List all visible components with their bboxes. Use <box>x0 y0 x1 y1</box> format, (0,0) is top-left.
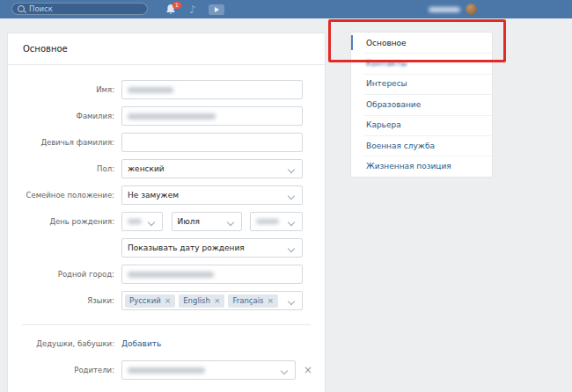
menu-item-karera[interactable]: Карьера <box>351 115 492 135</box>
chevron-down-icon <box>226 219 233 226</box>
menu-item-zhiznennaya-pozitsiya[interactable]: Жизненная позиция <box>351 156 492 176</box>
menu-item-interesy[interactable]: Интересы <box>351 74 492 94</box>
parents-label: Родители: <box>8 366 121 374</box>
home-city-label: Родной город: <box>8 270 121 279</box>
menu-item-osnovnoe[interactable]: Основное <box>351 33 492 53</box>
marital-status-select[interactable]: Не замужем <box>121 185 303 205</box>
language-chip: Français × <box>228 294 278 308</box>
gender-label: Пол: <box>8 164 121 173</box>
add-grandparents-link[interactable]: Добавить <box>121 339 161 348</box>
birthday-day-select[interactable] <box>121 212 163 231</box>
user-menu[interactable] <box>429 0 477 18</box>
birthday-year-select[interactable] <box>250 212 303 231</box>
gender-select[interactable]: женский <box>121 159 303 178</box>
language-chip-label: Français <box>232 296 263 305</box>
language-chip: English × <box>179 294 224 308</box>
profile-form: Имя: Фамилия: Девичья фамилия: Пол: женс… <box>8 65 325 380</box>
user-name-redacted <box>429 7 460 12</box>
menu-item-obrazovanie[interactable]: Образование <box>351 94 492 114</box>
remove-chip-icon[interactable]: × <box>268 296 275 305</box>
form-row-last-name: Фамилия: <box>8 106 325 126</box>
menu-item-label: Контакты <box>366 59 407 68</box>
panel-header: Основное <box>8 33 325 65</box>
form-row-birthday-visibility: Показывать дату рождения <box>8 238 325 258</box>
marital-status-value: Не замужем <box>128 191 179 200</box>
avatar[interactable] <box>466 4 477 15</box>
languages-label: Языки: <box>8 296 121 305</box>
birthday-visibility-value: Показывать дату рождения <box>128 243 245 252</box>
settings-nav-menu: Основное Контакты Интересы Образование К… <box>350 32 493 178</box>
gender-value: женский <box>128 164 165 173</box>
remove-chip-icon[interactable]: × <box>214 296 221 305</box>
form-row-marital-status: Семейное положение: Не замужем <box>8 185 325 205</box>
birthday-month-select[interactable]: Июля <box>172 212 242 231</box>
language-chip-label: English <box>183 296 210 305</box>
form-row-languages: Языки: Русский × English × Français × <box>8 291 325 310</box>
menu-item-kontakty[interactable]: Контакты <box>351 53 492 73</box>
music-note-icon[interactable]: ♪ <box>189 4 196 15</box>
language-chip-label: Русский <box>129 296 161 305</box>
form-row-grandparents: Дедушки, бабушки: Добавить <box>8 334 325 353</box>
form-row-gender: Пол: женский <box>8 159 325 178</box>
parents-select[interactable] <box>121 360 296 380</box>
maiden-name-input[interactable] <box>121 133 303 152</box>
top-navigation-bar: Поиск 1 ♪ <box>0 0 572 18</box>
menu-item-label: Военная служба <box>366 142 435 150</box>
birthday-month-value: Июля <box>178 217 200 226</box>
home-city-input[interactable] <box>121 265 303 284</box>
menu-item-label: Интересы <box>366 79 407 88</box>
chevron-down-icon <box>148 219 155 226</box>
menu-item-label: Жизненная позиция <box>366 162 451 171</box>
last-name-input[interactable] <box>121 106 303 126</box>
last-name-label: Фамилия: <box>8 112 121 120</box>
redacted-value <box>128 367 205 374</box>
form-row-birthday: День рождения: Июля <box>8 212 325 231</box>
marital-status-label: Семейное положение: <box>8 191 121 200</box>
languages-select[interactable]: Русский × English × Français × <box>121 291 303 310</box>
chevron-down-icon <box>288 298 295 305</box>
form-row-maiden-name: Девичья фамилия: <box>8 133 325 152</box>
menu-item-voennaya-sluzhba[interactable]: Военная служба <box>351 135 492 156</box>
menu-item-label: Основное <box>366 39 407 47</box>
menu-item-label: Карьера <box>366 120 401 129</box>
search-placeholder: Поиск <box>29 4 53 13</box>
settings-panel: Основное Имя: Фамилия: Девичья фамилия: … <box>7 33 326 392</box>
chevron-down-icon <box>288 219 295 226</box>
redacted-value <box>128 272 214 278</box>
maiden-name-label: Девичья фамилия: <box>8 138 121 147</box>
section-divider <box>22 324 311 325</box>
form-row-parents: Родители: × <box>8 360 325 380</box>
redacted-value <box>128 87 173 93</box>
chevron-down-icon <box>288 166 295 173</box>
redacted-value <box>128 219 142 224</box>
page-title: Основное <box>23 44 68 54</box>
chevron-down-icon <box>288 192 295 200</box>
notifications-bell-icon[interactable]: 1 <box>165 3 177 16</box>
remove-parents-icon[interactable]: × <box>304 365 312 375</box>
form-row-first-name: Имя: <box>8 80 325 99</box>
search-input[interactable]: Поиск <box>11 3 148 15</box>
grandparents-label: Дедушки, бабушки: <box>8 339 121 348</box>
search-icon <box>18 5 25 12</box>
redacted-value <box>128 113 216 120</box>
birthday-label: День рождения: <box>8 217 121 226</box>
first-name-label: Имя: <box>8 85 121 94</box>
chevron-down-icon <box>288 245 295 252</box>
video-play-icon[interactable] <box>209 4 224 15</box>
menu-item-label: Образование <box>366 100 421 109</box>
remove-chip-icon[interactable]: × <box>165 296 172 305</box>
first-name-input[interactable] <box>121 80 303 99</box>
play-triangle-icon <box>215 7 219 12</box>
form-row-home-city: Родной город: <box>8 265 325 284</box>
notifications-badge: 1 <box>172 2 181 9</box>
language-chip: Русский × <box>125 294 175 308</box>
birthday-visibility-select[interactable]: Показывать дату рождения <box>121 238 303 258</box>
redacted-value <box>256 219 279 224</box>
chevron-down-icon <box>281 367 288 374</box>
